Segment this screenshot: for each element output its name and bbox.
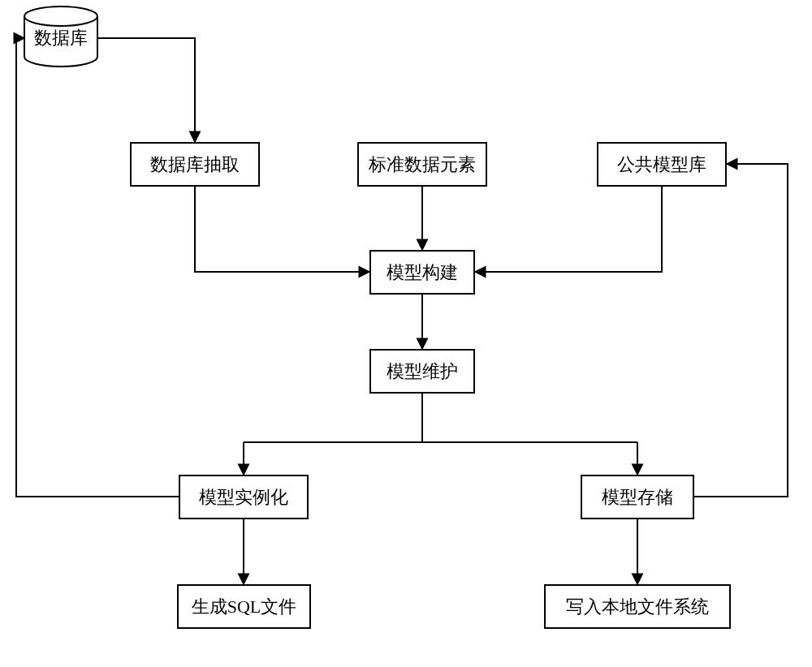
- node-db-extract: 数据库抽取: [130, 142, 260, 187]
- edge-dbextract-modelbuild: [195, 187, 369, 272]
- edge-publicmodel-modelbuild: [475, 187, 662, 272]
- node-database-label: 数据库: [34, 26, 88, 50]
- node-model-instance: 模型实例化: [179, 475, 309, 519]
- svg-point-0: [24, 6, 97, 26]
- node-public-model: 公共模型库: [597, 142, 727, 187]
- edge-database-dbextract: [97, 38, 195, 142]
- node-write-fs: 写入本地文件系统: [544, 584, 731, 629]
- node-gen-sql: 生成SQL文件: [177, 584, 311, 629]
- node-model-maintain: 模型维护: [369, 349, 475, 394]
- edges-layer: [0, 0, 812, 667]
- diagram-canvas: 数据库 数据库抽取 标准数据元素 公共模型库 模型构建 模型维护 模型实例化 模…: [0, 0, 812, 667]
- node-model-build: 模型构建: [369, 250, 475, 295]
- edge-modelstorage-publicmodel: [694, 164, 788, 497]
- node-std-elements: 标准数据元素: [357, 142, 487, 187]
- edge-modelinstance-database: [16, 38, 179, 497]
- node-model-storage: 模型存储: [581, 475, 694, 519]
